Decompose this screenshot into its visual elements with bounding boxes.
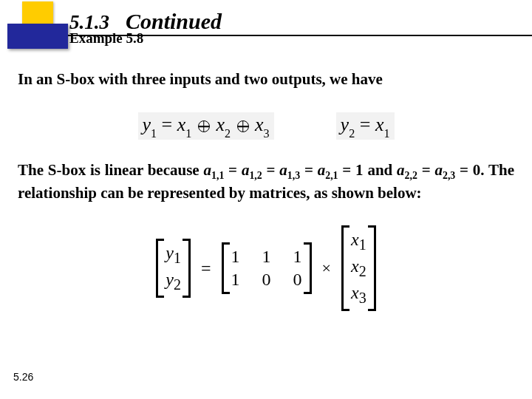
equation-y1: y1 = x1 x2 x3	[138, 112, 274, 140]
explanation-paragraph: The S-box is linear because a1,1 = a1,2 …	[18, 160, 514, 203]
equation-y2: y2 = x1	[336, 112, 395, 140]
page-number: 5.26	[13, 371, 33, 383]
matrix-x: x1 x2 x3	[341, 225, 376, 310]
matrix-equation: y1 y2 = 1 1 1 1 0 0 ×	[18, 225, 514, 310]
example-label: Example 5.8	[69, 30, 143, 47]
intro-paragraph: In an S-box with three inputs and two ou…	[18, 70, 514, 89]
times-sign: ×	[322, 259, 331, 278]
xor-icon	[198, 120, 210, 132]
equation-row: y1 = x1 x2 x3 y2 = x1	[18, 112, 514, 140]
slide-body: In an S-box with three inputs and two ou…	[0, 36, 532, 311]
accent-bar	[7, 24, 68, 49]
matrix-a: 1 1 1 1 0 0	[222, 242, 312, 294]
matrix-y: y1 y2	[156, 239, 191, 298]
equals-sign: =	[201, 259, 211, 279]
slide-header: 5.1.3 Continued Example 5.8	[0, 0, 532, 36]
xor-icon	[237, 120, 249, 132]
